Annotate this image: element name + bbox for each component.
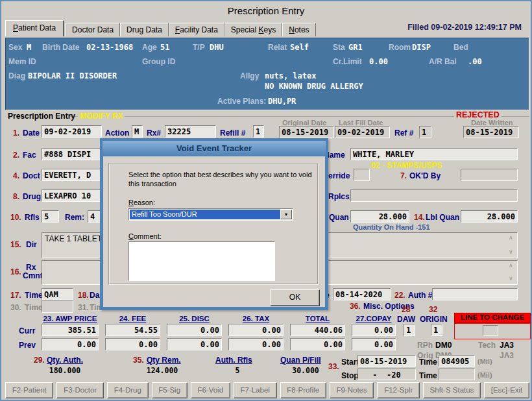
- f5-sig-button[interactable]: F5-Sig: [152, 382, 187, 398]
- age-value: 51: [160, 43, 169, 52]
- quantity-on-hand-text: Quantity On Hand -151: [353, 223, 430, 231]
- room-label: Room: [389, 43, 411, 52]
- f3-doctor-button[interactable]: F3-Doctor: [56, 382, 104, 398]
- f12-splr-button[interactable]: F12-Splr: [377, 382, 419, 398]
- tech-label: Tech: [478, 341, 496, 350]
- curr-tax-field[interactable]: 0.00: [228, 324, 284, 336]
- auth-label: Auth #: [408, 291, 432, 300]
- birth-date-value: 02-13-1968: [86, 43, 133, 52]
- qty-rem-label: Qty Rem.: [147, 356, 181, 365]
- auth-rfls-value: 5: [231, 366, 244, 375]
- line-to-change-field[interactable]: [483, 325, 498, 336]
- doct-label: Doct: [23, 171, 40, 180]
- comment-textarea[interactable]: [128, 241, 275, 281]
- tech-value: JA3: [500, 341, 514, 350]
- f9-notes-button[interactable]: F9-Notes: [330, 382, 374, 398]
- auth-field[interactable]: [432, 288, 518, 300]
- f7-label-button[interactable]: F7-Label: [234, 382, 277, 398]
- action-field[interactable]: M: [132, 125, 143, 138]
- origin-field[interactable]: 1: [431, 324, 442, 336]
- ref-number-label: Ref #: [394, 128, 413, 138]
- ship-method-text: 02 - STAMPS/USPS: [369, 161, 444, 170]
- qty-auth-value: 180.000: [41, 366, 89, 375]
- sta-label: Sta: [333, 43, 345, 52]
- okd-by-field[interactable]: [461, 169, 518, 181]
- dir-field-number: 15.: [10, 240, 21, 249]
- doct-field-number: 4.: [13, 171, 19, 180]
- tab-special-keys[interactable]: Special Keys: [224, 23, 282, 36]
- tab-facility-data[interactable]: Facility Data: [169, 23, 224, 36]
- f4-drug-button[interactable]: F4-Drug: [107, 382, 149, 398]
- rfls-field[interactable]: 5: [42, 210, 59, 223]
- stop-mil-label: (Mil): [478, 371, 492, 379]
- reason-dropdown[interactable]: Refill Too Soon/DUR ▼: [128, 208, 293, 221]
- type-plan-label: T/P: [193, 43, 205, 52]
- override-field[interactable]: [354, 169, 370, 181]
- f8-profile-button[interactable]: F8-Profile: [280, 382, 326, 398]
- rx-number-field[interactable]: 32225: [165, 125, 216, 138]
- original-date-field: 08-15-2019: [279, 126, 334, 138]
- rx-cmnts-scroll-down-icon[interactable]: ∨: [509, 275, 513, 282]
- dir-scroll-up-icon[interactable]: ∧: [509, 234, 513, 241]
- quan-field[interactable]: 28.000: [350, 210, 409, 223]
- prescription-entry-window: Prescription Entry Patient Data Doctor D…: [0, 0, 532, 401]
- time2-field: [42, 300, 73, 313]
- tab-doctor-data[interactable]: Doctor Data: [66, 23, 120, 36]
- orig-tech-value: JA3: [500, 351, 514, 360]
- auth-rfls-label: Auth. Rfls: [215, 356, 252, 365]
- shft-s-status-button[interactable]: Shft-S Status: [423, 382, 481, 398]
- lbl-quan-field[interactable]: 28.000: [461, 210, 518, 223]
- curr-awp-field[interactable]: 385.51: [42, 324, 99, 336]
- ok-button[interactable]: OK: [270, 289, 320, 306]
- f6-void-button[interactable]: F6-Void: [191, 382, 230, 398]
- rplcs-field[interactable]: [350, 189, 518, 202]
- f2-patient-button[interactable]: F2-Patient: [5, 382, 53, 398]
- age-label: Age: [142, 43, 157, 52]
- time1-number: 17.: [10, 291, 21, 300]
- curr-total-field[interactable]: 440.06: [290, 324, 345, 336]
- days-number: 18.: [78, 291, 89, 300]
- dir-scroll-down-icon[interactable]: ∨: [509, 249, 513, 255]
- tab-patient-data[interactable]: Patient Data: [5, 20, 64, 36]
- exp-date-field[interactable]: 08-14-2020: [333, 288, 391, 300]
- date-field[interactable]: 09-02-2019: [42, 125, 102, 138]
- tab-drug-data[interactable]: Drug Data: [120, 23, 169, 36]
- relat-value: Self: [290, 43, 309, 52]
- stop-label: Stop: [341, 371, 359, 380]
- prev-fee-field: 0.00: [105, 338, 160, 350]
- auth-number: 22.: [394, 291, 405, 300]
- action-label: Action: [105, 128, 129, 138]
- tab-notes[interactable]: Notes: [282, 23, 315, 36]
- origin-column-number: 32: [429, 305, 437, 314]
- fac-label: Fac: [23, 151, 36, 160]
- daw-field[interactable]: 1: [404, 324, 415, 336]
- patient-summary-panel: Sex M Birth Date 02-13-1968 Age 51 T/P D…: [5, 38, 529, 110]
- curr-disc-field[interactable]: 0.00: [167, 324, 222, 336]
- refill-field[interactable]: 1: [253, 125, 264, 138]
- start-date-field[interactable]: 08-15-2019: [357, 355, 416, 367]
- rx-cmnts-scroll-up-icon[interactable]: ∧: [509, 262, 513, 269]
- bed-label: Bed: [453, 43, 468, 52]
- rx-cmnts-number: 16.: [10, 267, 21, 276]
- disc-header: 25. DISC: [167, 315, 222, 322]
- prev-copay-field: 0.00: [352, 338, 396, 350]
- cr-limit-value: 0.00: [369, 57, 388, 66]
- curr-fee-field[interactable]: 54.55: [105, 324, 160, 336]
- room-value: DISP: [412, 43, 431, 52]
- drug-field-number: 8.: [13, 192, 19, 201]
- mode-badge: MODIFY RX: [78, 112, 125, 121]
- status-rejected-badge: REJECTED: [454, 110, 502, 119]
- mem-id-label: Mem ID: [8, 57, 36, 66]
- prev-row-label: Prev: [19, 341, 36, 350]
- date-field-number: 1.: [13, 128, 19, 138]
- tab-bar: Patient Data Doctor Data Drug Data Facil…: [5, 20, 316, 36]
- esc-exit-button[interactable]: [Esc]-Exit: [484, 382, 529, 398]
- daw-header: DAW: [397, 315, 415, 324]
- curr-copay-field[interactable]: 0.00: [352, 324, 396, 336]
- time1-field[interactable]: QAM: [42, 288, 73, 300]
- dropdown-arrow-icon[interactable]: ▼: [280, 210, 292, 219]
- name-field[interactable]: WHITE, MARLEY: [350, 148, 518, 160]
- start-label: Start: [341, 358, 359, 367]
- start-time-field[interactable]: 084905: [439, 355, 475, 367]
- okd-by-label: OK'D By: [409, 171, 441, 180]
